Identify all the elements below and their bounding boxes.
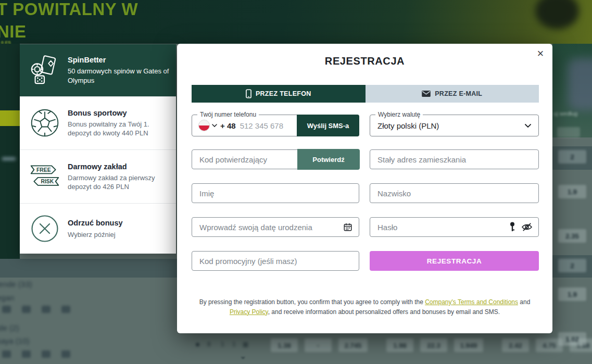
background-league-row: kaya (10): [0, 336, 30, 345]
email-icon: [422, 91, 431, 97]
bonus-sidebar: SpinBetter 50 darmowych spinów w Gates o…: [20, 44, 176, 254]
background-left-strip: [0, 44, 20, 259]
odds-button: 1.9: [558, 185, 586, 198]
currency-field-label: Wybierz walutę: [375, 111, 423, 118]
background-blurred-text: [2, 157, 16, 160]
background-market-icons: [2, 350, 70, 358]
page: T POWITALNY W NIE 0 FS uj według lende (…: [0, 0, 592, 364]
background-league-list: lende (33) egan ide (2) kaya (10): [0, 278, 167, 364]
privacy-link[interactable]: Privacy Policy: [230, 308, 268, 316]
chart-icon: [22, 306, 31, 313]
reject-x-icon: [28, 214, 61, 244]
free-risk-ribbon-icon: FREE RISK: [28, 164, 61, 190]
background-top-banner: T POWITALNY W NIE 0 FS: [0, 0, 592, 44]
odds-button: 2.42: [502, 338, 529, 352]
phone-number-input[interactable]: [240, 121, 297, 130]
bonus-title: Bonus sportowy: [68, 108, 171, 118]
pagination-item: 1: [232, 341, 236, 348]
bonus-title: Darmowy zakład: [68, 162, 171, 171]
terms-disclaimer: By pressing the registration button, you…: [198, 297, 532, 317]
phone-number-field: Twój numer telefonu + 48 Wyślij SMS-a: [192, 115, 359, 136]
pagination-item: ▣: [243, 341, 248, 348]
background-league-row: ide (2): [0, 323, 19, 332]
registration-modal: × REJESTRACJA PRZEZ TELEFON PRZEZ E-MAIL: [177, 44, 552, 333]
generate-password-key-icon[interactable]: [510, 222, 515, 232]
svg-text:RISK: RISK: [41, 179, 54, 184]
bonus-description: Darmowy zakład za pierwszy depozyt do 42…: [68, 173, 171, 192]
home-icon: [61, 350, 70, 358]
odds-button: 1.98: [386, 338, 413, 352]
poland-flag-icon[interactable]: [198, 120, 210, 131]
chevron-down-icon: ⌄: [240, 351, 246, 361]
bonus-title: SpinBetter: [68, 55, 171, 65]
background-blurred-figure: [568, 58, 592, 110]
sidebar-item-reject-bonuses[interactable]: Odrzuć bonusy Wybierz później: [20, 204, 176, 254]
odds-button: 1.949: [454, 338, 483, 352]
tab-label: PRZEZ TELEFON: [256, 90, 311, 97]
bonus-title: Odrzuć bonusy: [68, 218, 171, 228]
tab-by-phone[interactable]: PRZEZ TELEFON: [192, 85, 366, 103]
disclaimer-text: and: [518, 298, 530, 306]
background-yellow-button-fragment: [0, 110, 20, 126]
sidebar-item-free-bet[interactable]: FREE RISK Darmowy zakład Darmowy zakład …: [20, 150, 176, 204]
odds-button: 1.38: [271, 338, 298, 352]
address-input[interactable]: [370, 149, 539, 169]
sidebar-item-casino-bonus[interactable]: SpinBetter 50 darmowych spinów w Gates o…: [20, 44, 176, 97]
last-name-input[interactable]: [370, 183, 539, 203]
odds-button: 22.3: [420, 338, 447, 352]
disclaimer-text: By pressing the registration button, you…: [199, 298, 425, 306]
tab-label: PRZEZ E-MAIL: [435, 90, 482, 97]
modal-title: REJESTRACJA: [177, 55, 552, 67]
chevron-down-icon[interactable]: [212, 124, 217, 127]
birth-date-input[interactable]: [192, 217, 359, 237]
chart-icon: [42, 306, 51, 313]
background-sort-toggle: [557, 127, 580, 137]
registration-tabs: PRZEZ TELEFON PRZEZ E-MAIL: [192, 85, 539, 103]
background-league-row: lende (33): [0, 280, 32, 288]
chart-icon: [2, 350, 11, 358]
currency-value: Złoty polski (PLN): [377, 121, 525, 130]
bonus-description: Wybierz później: [68, 230, 171, 240]
odds-button: 1.02: [558, 332, 586, 346]
odds-button: 2: [558, 150, 586, 164]
disclaimer-text: , and receive information about personal…: [268, 308, 500, 316]
odds-button: 2.35: [558, 229, 586, 243]
tab-by-email[interactable]: PRZEZ E-MAIL: [366, 85, 539, 103]
pagination-item: 8: [207, 341, 211, 348]
registration-submit-button[interactable]: REJESTRACJA: [370, 251, 539, 271]
confirm-code-button[interactable]: Potwierdź: [297, 149, 360, 170]
chevron-down-icon: [525, 124, 531, 128]
pagination-item: 1: [221, 341, 224, 348]
promo-code-input[interactable]: [192, 251, 359, 271]
odds-button: 1.9: [558, 287, 586, 301]
bonus-description: Bonus powitalny za Twój 1. depozyt do kw…: [68, 120, 171, 138]
odds-button: 2: [558, 259, 586, 272]
sidebar-item-sport-bonus[interactable]: Bonus sportowy Bonus powitalny za Twój 1…: [20, 97, 176, 150]
phone-icon: [246, 89, 251, 98]
bonus-description: 50 darmowych spinów w Gates of Olympus: [68, 67, 171, 85]
pagination-dot: ●: [195, 340, 200, 348]
home-icon: [61, 306, 70, 313]
casino-icon: [28, 54, 61, 86]
chart-icon: [2, 306, 11, 313]
svg-text:FREE: FREE: [36, 167, 51, 173]
toggle-password-visibility-icon[interactable]: [521, 222, 533, 232]
first-name-input[interactable]: [192, 183, 359, 203]
background-league-row: egan: [0, 293, 14, 302]
background-sort-label: uj według: [553, 110, 577, 117]
chart-icon: [22, 350, 31, 358]
currency-field: Wybierz walutę Złoty polski (PLN): [370, 115, 539, 136]
odds-button: -: [305, 338, 332, 352]
chart-icon: [42, 350, 51, 358]
background-market-icons: [2, 306, 70, 313]
phone-field-label: Twój numer telefonu: [197, 111, 259, 118]
odds-button: 2.745: [338, 338, 368, 352]
background-promo-heading: T POWITALNY W NIE: [0, 0, 138, 43]
background-section-band: [0, 259, 177, 278]
dial-code: + 48: [220, 121, 236, 130]
send-sms-button[interactable]: Wyślij SMS-a: [297, 115, 359, 136]
football-icon: [28, 107, 61, 139]
currency-select[interactable]: Złoty polski (PLN): [370, 115, 538, 136]
terms-link[interactable]: Company's Terms and Conditions: [425, 298, 518, 306]
calendar-icon[interactable]: [343, 222, 352, 232]
